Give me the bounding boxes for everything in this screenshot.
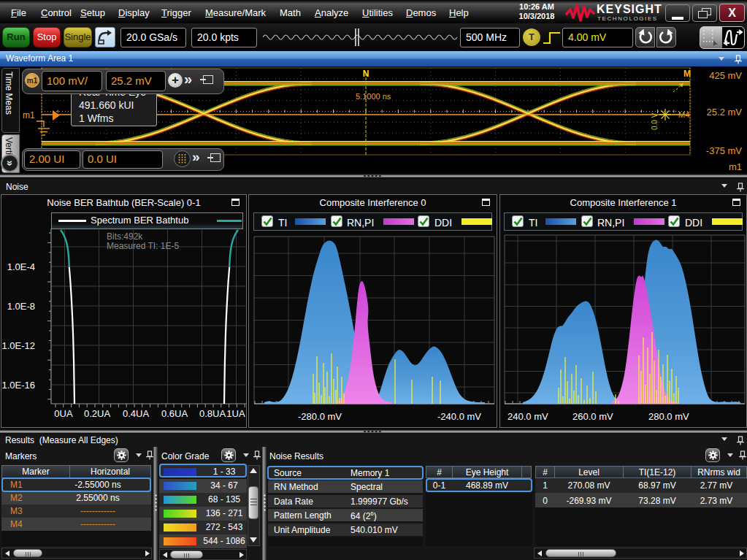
svg-text:N: N <box>363 69 369 79</box>
svg-text:5.1000 ns: 5.1000 ns <box>356 92 391 101</box>
svg-text:m1: m1 <box>23 110 35 120</box>
svg-text:0.0 V: 0.0 V <box>651 112 659 130</box>
svg-text:M4: M4 <box>678 110 689 119</box>
svg-text:M: M <box>683 69 691 79</box>
